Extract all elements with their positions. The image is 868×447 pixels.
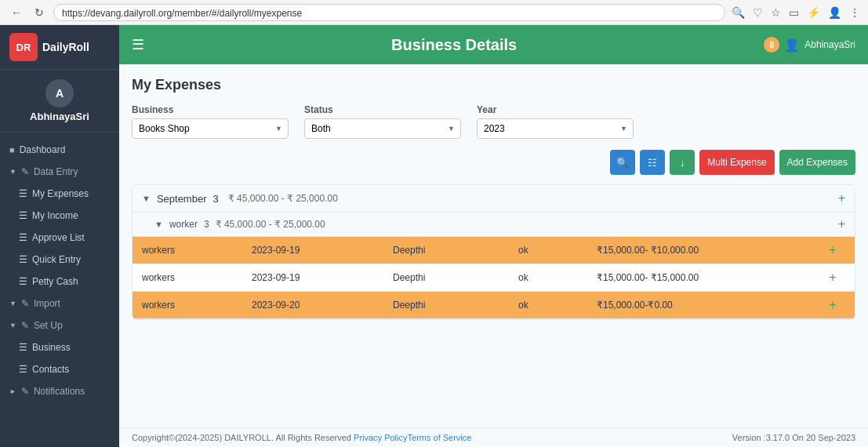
status-select-wrapper: Both: [304, 118, 461, 139]
business-filter-group: Business Books Shop: [132, 104, 289, 139]
cell-person: Deepthi: [393, 272, 518, 283]
search-button[interactable]: 🔍: [610, 150, 635, 175]
logo-text: DailyRoll: [42, 41, 89, 53]
sidebar-item-data-entry[interactable]: ▼ ✎ Data Entry: [0, 161, 119, 183]
profile-icon[interactable]: 👤: [828, 6, 841, 19]
sidebar-item-quick-entry[interactable]: ☰ Quick Entry: [0, 249, 119, 271]
list-icon: ☰: [19, 342, 27, 353]
avatar: A: [45, 79, 74, 107]
dashboard-icon: ■: [9, 145, 15, 154]
year-select-wrapper: 2023: [477, 118, 634, 139]
window-icon[interactable]: ▭: [789, 6, 799, 19]
notification-badge[interactable]: 8: [764, 37, 779, 53]
chevron-down-icon: ▼: [9, 300, 16, 307]
list-icon: ☰: [19, 232, 27, 243]
grid-view-button[interactable]: ☷: [640, 150, 665, 175]
sidebar-item-label: Import: [34, 298, 60, 309]
subgroup-amount: ₹ 45,000.00 - ₹ 25,000.00: [216, 219, 325, 230]
sidebar-item-label: My Expenses: [32, 188, 89, 199]
import-icon: ✎: [21, 298, 29, 309]
logo-icon: DR: [9, 33, 38, 61]
url-bar[interactable]: https://devang.dailyroll.org/member/#/da…: [53, 4, 725, 21]
sidebar-item-my-expenses[interactable]: ☰ My Expenses: [0, 183, 119, 205]
year-select[interactable]: 2023: [477, 118, 634, 139]
cell-date: 2023-09-19: [252, 245, 393, 256]
sidebar-item-label: Notifications: [34, 386, 85, 397]
sidebar-item-my-income[interactable]: ☰ My Income: [0, 205, 119, 227]
star-icon[interactable]: ☆: [771, 6, 781, 19]
group-amount: ₹ 45,000.00 - ₹ 25,000.00: [228, 193, 338, 204]
year-filter-label: Year: [477, 104, 634, 115]
privacy-policy-link[interactable]: Privacy Policy: [354, 433, 407, 442]
bookmark-icon[interactable]: ♡: [753, 6, 763, 19]
row-add-button[interactable]: +: [820, 271, 845, 285]
sidebar-item-petty-cash[interactable]: ☰ Petty Cash: [0, 271, 119, 293]
cell-amount: ₹15,000.00- ₹10,000.00: [597, 245, 820, 256]
sidebar-item-notifications[interactable]: ► ✎ Notifications: [0, 380, 119, 402]
sidebar-item-setup[interactable]: ▼ ✎ Set Up: [0, 314, 119, 336]
browser-bar: ← ↻ https://devang.dailyroll.org/member/…: [0, 0, 868, 25]
sidebar-item-label: Data Entry: [34, 166, 78, 177]
subgroup-row-worker[interactable]: ▼ worker 3 ₹ 45,000.00 - ₹ 25,000.00 +: [133, 213, 855, 237]
add-expenses-button[interactable]: Add Expenses: [779, 150, 855, 175]
cell-status: ok: [518, 272, 597, 283]
sidebar-user: A AbhinayaSri: [0, 70, 119, 133]
group-label: September: [157, 193, 207, 205]
filters-row: Business Books Shop Status Both: [132, 104, 855, 139]
topbar-username: AbhinayaSri: [804, 39, 855, 50]
topbar-title: Business Details: [144, 36, 764, 54]
main-area: ☰ Business Details 8 👤 AbhinayaSri My Ex…: [119, 25, 868, 447]
list-icon: ☰: [19, 364, 27, 375]
sidebar-item-approve-list[interactable]: ☰ Approve List: [0, 227, 119, 249]
sidebar-item-contacts[interactable]: ☰ Contacts: [0, 358, 119, 380]
footer-copyright: Copyright©(2024-2025) DAILYROLL. All Rig…: [132, 433, 471, 442]
sidebar-item-dashboard[interactable]: ■ Dashboard: [0, 139, 119, 161]
sidebar-item-label: Petty Cash: [32, 276, 78, 287]
sidebar-item-label: Contacts: [32, 364, 69, 375]
search-browser-icon[interactable]: 🔍: [732, 6, 745, 19]
cell-category: workers: [142, 272, 252, 283]
status-select[interactable]: Both: [304, 118, 461, 139]
group-count: 3: [212, 193, 218, 205]
list-icon: ☰: [19, 188, 27, 199]
sidebar: DR DailyRoll A AbhinayaSri ■ Dashboard ▼…: [0, 25, 119, 447]
business-select[interactable]: Books Shop: [132, 118, 289, 139]
cell-person: Deepthi: [393, 245, 518, 256]
group-add-button[interactable]: +: [838, 191, 845, 205]
row-add-button[interactable]: +: [820, 243, 845, 257]
page-content: My Expenses Business Books Shop Status: [119, 64, 868, 427]
list-icon: ☰: [19, 254, 27, 265]
subgroup-add-button[interactable]: +: [838, 217, 845, 231]
list-icon: ☰: [19, 210, 27, 221]
terms-of-service-link[interactable]: Terms of Service: [408, 433, 472, 442]
expenses-table: ▼ September 3 ₹ 45,000.00 - ₹ 25,000.00 …: [132, 184, 855, 320]
download-button[interactable]: ↓: [670, 150, 695, 175]
sidebar-item-label: Quick Entry: [32, 254, 81, 265]
multi-expense-button[interactable]: Multi Expense: [699, 150, 774, 175]
actions-row: 🔍 ☷ ↓ Multi Expense Add Expenses: [132, 150, 855, 175]
sidebar-logo: DR DailyRoll: [0, 25, 119, 70]
topbar-right: 8 👤 AbhinayaSri: [764, 37, 855, 53]
sidebar-item-business[interactable]: ☰ Business: [0, 336, 119, 358]
row-add-button[interactable]: +: [820, 298, 845, 312]
cell-date: 2023-09-20: [252, 300, 393, 311]
sidebar-item-label: Set Up: [34, 320, 63, 331]
refresh-button[interactable]: ↻: [31, 5, 47, 20]
sidebar-item-import[interactable]: ▼ ✎ Import: [0, 293, 119, 314]
sidebar-item-label: Dashboard: [20, 144, 66, 155]
hamburger-menu-button[interactable]: ☰: [132, 36, 144, 53]
browser-actions: 🔍 ♡ ☆ ▭ ⚡ 👤 ⋮: [732, 6, 860, 19]
status-filter-label: Status: [304, 104, 461, 115]
footer: Copyright©(2024-2025) DAILYROLL. All Rig…: [119, 427, 868, 447]
extensions-icon[interactable]: ⚡: [807, 6, 820, 19]
group-row-september[interactable]: ▼ September 3 ₹ 45,000.00 - ₹ 25,000.00 …: [133, 185, 855, 213]
menu-dots-icon[interactable]: ⋮: [849, 6, 860, 19]
status-filter-group: Status Both: [304, 104, 461, 139]
business-select-wrapper: Books Shop: [132, 118, 289, 139]
topbar: ☰ Business Details 8 👤 AbhinayaSri: [119, 25, 868, 64]
back-button[interactable]: ←: [8, 5, 25, 20]
year-filter-group: Year 2023: [477, 104, 634, 139]
chevron-right-icon: ►: [9, 387, 16, 395]
cell-person: Deepthi: [393, 300, 518, 311]
cell-category: workers: [142, 300, 252, 311]
